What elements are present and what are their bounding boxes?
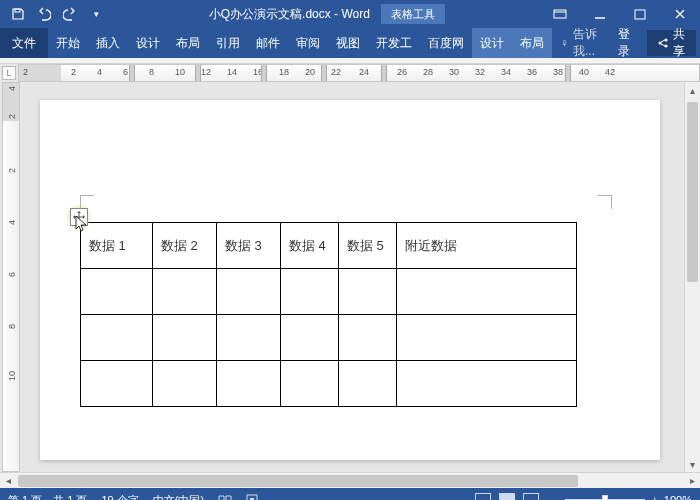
- scroll-right-button[interactable]: ▸: [684, 475, 700, 486]
- undo-button[interactable]: [32, 2, 56, 26]
- tab-home[interactable]: 开始: [48, 28, 88, 58]
- scroll-up-button[interactable]: ▴: [685, 82, 700, 98]
- tab-file[interactable]: 文件: [0, 28, 48, 58]
- table-row[interactable]: [81, 361, 577, 407]
- table-cell[interactable]: [339, 269, 397, 315]
- table-cell[interactable]: 数据 5: [339, 223, 397, 269]
- status-book-icon[interactable]: [218, 494, 232, 500]
- table-move-handle[interactable]: [70, 208, 88, 226]
- tab-layout[interactable]: 布局: [168, 28, 208, 58]
- zoom-percent[interactable]: 100%: [664, 494, 692, 500]
- ruler-tick: 4: [97, 67, 102, 77]
- table-cell[interactable]: [281, 269, 339, 315]
- ruler-column-marker[interactable]: [195, 65, 201, 81]
- table-cell[interactable]: [217, 315, 281, 361]
- hscroll-thumb[interactable]: [18, 475, 578, 487]
- tab-references[interactable]: 引用: [208, 28, 248, 58]
- table-row[interactable]: [81, 269, 577, 315]
- document-table[interactable]: 数据 1数据 2数据 3数据 4数据 5附近数据: [80, 222, 577, 407]
- ruler-column-marker[interactable]: [261, 65, 267, 81]
- status-page[interactable]: 第 1 页，共 1 页: [8, 493, 87, 501]
- save-button[interactable]: [6, 2, 30, 26]
- document-title: 小Q办公演示文稿.docx - Word 表格工具: [114, 6, 540, 23]
- workspace: 42246810 数据 1数据 2数据 3数据 4数据 5附近数据 ▴ ▾: [0, 82, 700, 472]
- vertical-scrollbar[interactable]: ▴ ▾: [684, 82, 700, 472]
- horizontal-scrollbar[interactable]: ◂ ▸: [0, 472, 700, 488]
- ruler-column-marker[interactable]: [129, 65, 135, 81]
- table-cell[interactable]: [81, 315, 153, 361]
- table-cell[interactable]: [339, 315, 397, 361]
- table-row[interactable]: [81, 315, 577, 361]
- table-cell[interactable]: [81, 361, 153, 407]
- vscroll-thumb[interactable]: [687, 102, 698, 282]
- table-cell[interactable]: [217, 361, 281, 407]
- tab-table-design[interactable]: 设计: [472, 28, 512, 58]
- view-read-mode[interactable]: [475, 493, 491, 500]
- ruler-tick: 20: [305, 67, 315, 77]
- ruler-tick: 40: [579, 67, 589, 77]
- view-web-layout[interactable]: [523, 493, 539, 500]
- view-buttons: [475, 493, 539, 500]
- maximize-button[interactable]: [620, 0, 660, 28]
- ribbon-options-button[interactable]: [540, 0, 580, 28]
- tab-insert[interactable]: 插入: [88, 28, 128, 58]
- ruler-column-marker[interactable]: [565, 65, 571, 81]
- table-cell[interactable]: 数据 2: [153, 223, 217, 269]
- table-cell[interactable]: 数据 3: [217, 223, 281, 269]
- login-link[interactable]: 登录: [610, 28, 643, 58]
- scroll-left-button[interactable]: ◂: [0, 475, 16, 486]
- tab-table-layout[interactable]: 布局: [512, 28, 552, 58]
- table-cell[interactable]: [281, 315, 339, 361]
- table-cell[interactable]: 附近数据: [397, 223, 577, 269]
- tab-developer[interactable]: 开发工: [368, 28, 420, 58]
- ribbon-tabs: 文件 开始 插入 设计 布局 引用 邮件 审阅 视图 开发工 百度网 设计 布局…: [0, 28, 700, 58]
- status-word-count[interactable]: 19 个字: [101, 493, 138, 501]
- status-macro-icon[interactable]: [246, 494, 258, 500]
- table-cell[interactable]: [397, 315, 577, 361]
- table-cell[interactable]: [153, 315, 217, 361]
- table-cell[interactable]: [339, 361, 397, 407]
- table-row[interactable]: 数据 1数据 2数据 3数据 4数据 5附近数据: [81, 223, 577, 269]
- svg-line-11: [661, 44, 665, 46]
- tab-view[interactable]: 视图: [328, 28, 368, 58]
- minimize-button[interactable]: [580, 0, 620, 28]
- table-tools-label: 表格工具: [381, 4, 445, 24]
- table-cell[interactable]: [397, 269, 577, 315]
- ruler-corner[interactable]: L: [2, 66, 16, 80]
- tell-me-search[interactable]: ♀ 告诉我...: [552, 28, 610, 58]
- ruler-column-marker[interactable]: [321, 65, 327, 81]
- tab-baidu[interactable]: 百度网: [420, 28, 472, 58]
- ruler-tick: 38: [553, 67, 563, 77]
- qat-customize-icon[interactable]: ▾: [84, 2, 108, 26]
- zoom-in-button[interactable]: +: [651, 494, 657, 500]
- vertical-ruler[interactable]: 42246810: [2, 82, 20, 472]
- ruler-tick: 6: [123, 67, 128, 77]
- table-cell[interactable]: [81, 269, 153, 315]
- ruler-column-marker[interactable]: [381, 65, 387, 81]
- table-cell[interactable]: [217, 269, 281, 315]
- close-button[interactable]: [660, 0, 700, 28]
- document-area[interactable]: 数据 1数据 2数据 3数据 4数据 5附近数据: [20, 82, 684, 472]
- table-cell[interactable]: [153, 361, 217, 407]
- tab-design[interactable]: 设计: [128, 28, 168, 58]
- view-print-layout[interactable]: [499, 493, 515, 500]
- status-language[interactable]: 中文(中国): [153, 493, 204, 501]
- table-cell[interactable]: [281, 361, 339, 407]
- table-cell[interactable]: 数据 4: [281, 223, 339, 269]
- svg-rect-0: [15, 9, 20, 12]
- horizontal-ruler[interactable]: 224681012141618202224262830323436384042: [18, 64, 700, 82]
- share-button[interactable]: 共享: [647, 30, 696, 56]
- zoom-slider-thumb[interactable]: [602, 495, 608, 501]
- zoom-out-button[interactable]: −: [553, 494, 559, 500]
- table-cell[interactable]: [153, 269, 217, 315]
- share-label: 共享: [673, 26, 686, 60]
- table-cell[interactable]: [397, 361, 577, 407]
- table-cell[interactable]: 数据 1: [81, 223, 153, 269]
- tab-review[interactable]: 审阅: [288, 28, 328, 58]
- ruler-tick: 18: [279, 67, 289, 77]
- scroll-down-button[interactable]: ▾: [685, 456, 700, 472]
- margin-corner-right: [598, 195, 612, 209]
- hscroll-track[interactable]: [16, 475, 684, 487]
- redo-button[interactable]: [58, 2, 82, 26]
- tab-mailings[interactable]: 邮件: [248, 28, 288, 58]
